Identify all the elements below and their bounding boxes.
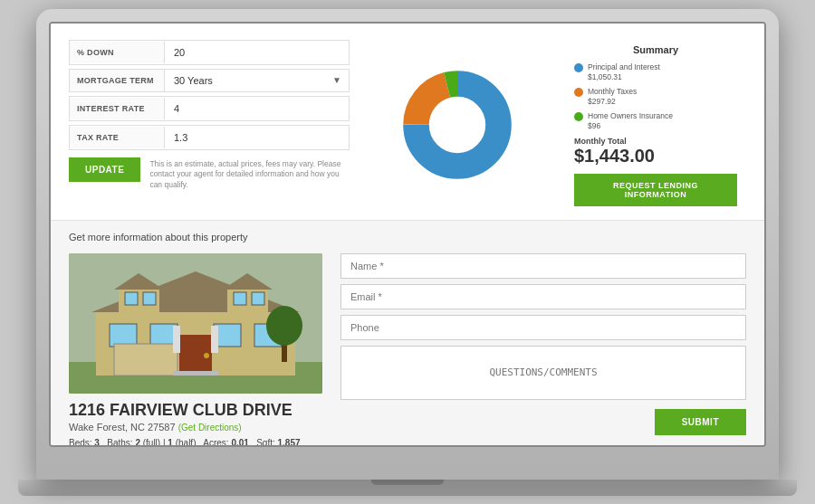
svg-point-3 [431, 100, 483, 151]
taxes-text: Monthly Taxes $297.92 [588, 87, 637, 107]
down-payment-row: % DOWN 20 [69, 40, 350, 65]
screen-content: % DOWN 20 MORTGAGE TERM 30 Years 15 Year… [51, 24, 764, 445]
summary-title: Summary [574, 44, 737, 55]
update-button[interactable]: UPDATE [69, 157, 140, 182]
down-payment-value: 20 [165, 41, 349, 64]
laptop-notch [371, 480, 444, 485]
contact-form: SUBMIT [340, 253, 746, 445]
insurance-text: Home Owners Insurance $96 [588, 111, 673, 131]
monthly-total-label: Monthly Total [574, 137, 737, 146]
interest-rate-label: INTEREST RATE [70, 98, 165, 119]
name-input[interactable] [340, 253, 746, 279]
laptop-screen: % DOWN 20 MORTGAGE TERM 30 Years 15 Year… [49, 22, 766, 447]
interest-rate-value: 4 [165, 97, 349, 120]
svg-rect-12 [125, 292, 138, 305]
laptop-base [18, 480, 797, 496]
get-directions-link[interactable]: (Get Directions) [178, 423, 242, 433]
svg-point-21 [204, 353, 209, 358]
legend-taxes: Monthly Taxes $297.92 [574, 87, 737, 107]
estimate-text: This is an estimate, actual prices, fees… [149, 157, 350, 192]
update-row: UPDATE This is an estimate, actual price… [69, 157, 350, 192]
interest-rate-row: INTEREST RATE 4 [69, 96, 350, 121]
svg-rect-22 [114, 344, 177, 376]
phone-input[interactable] [340, 315, 746, 340]
mortgage-term-select-wrapper[interactable]: 30 Years 15 Years 20 Years ▼ [165, 70, 349, 91]
tax-rate-label: TAX RATE [70, 127, 165, 148]
property-image [69, 253, 322, 394]
laptop-wrapper: % DOWN 20 MORTGAGE TERM 30 Years 15 Year… [18, 9, 797, 496]
svg-rect-13 [143, 292, 156, 305]
mortgage-term-select[interactable]: 30 Years 15 Years 20 Years [165, 70, 349, 91]
tax-rate-row: TAX RATE 1.3 [69, 125, 350, 150]
property-section: Get more information about this property [51, 221, 764, 445]
property-details: Beds: 3 Baths: 2 (full) | 1 (half) Acres… [69, 438, 322, 444]
mortgage-term-row: MORTGAGE TERM 30 Years 15 Years 20 Years… [69, 69, 350, 92]
principal-text: Principal and Interest $1,050.31 [588, 62, 660, 82]
svg-rect-24 [211, 326, 218, 353]
calculator-section: % DOWN 20 MORTGAGE TERM 30 Years 15 Year… [51, 24, 764, 221]
svg-rect-25 [173, 371, 218, 376]
tax-rate-value: 1.3 [165, 126, 349, 149]
svg-rect-16 [110, 324, 137, 347]
donut-svg [398, 66, 516, 184]
taxes-color-dot [574, 88, 583, 97]
svg-rect-23 [173, 326, 180, 353]
property-heading: Get more information about this property [69, 232, 746, 242]
calc-form: % DOWN 20 MORTGAGE TERM 30 Years 15 Year… [69, 40, 350, 211]
comments-textarea[interactable] [340, 346, 746, 400]
legend-principal: Principal and Interest $1,050.31 [574, 62, 737, 82]
property-left: 1216 FAIRVIEW CLUB DRIVE Wake Forest, NC… [69, 253, 322, 445]
down-payment-label: % DOWN [70, 42, 165, 63]
monthly-total-value: $1,443.00 [574, 146, 737, 166]
svg-point-27 [266, 306, 302, 346]
request-lending-button[interactable]: REQUEST LENDING INFORMATION [574, 174, 737, 206]
summary-area: Summary Principal and Interest $1,050.31 [565, 40, 746, 211]
insurance-color-dot [574, 112, 583, 121]
svg-rect-14 [234, 292, 246, 305]
legend-insurance: Home Owners Insurance $96 [574, 111, 737, 131]
svg-rect-15 [252, 292, 264, 305]
principal-color-dot [574, 63, 583, 72]
property-address: 1216 FAIRVIEW CLUB DRIVE [69, 401, 322, 421]
mortgage-term-label: MORTGAGE TERM [70, 70, 165, 91]
laptop-outer: % DOWN 20 MORTGAGE TERM 30 Years 15 Year… [36, 9, 779, 480]
property-content: 1216 FAIRVIEW CLUB DRIVE Wake Forest, NC… [69, 253, 746, 445]
email-input[interactable] [340, 284, 746, 309]
chart-area [350, 40, 565, 211]
donut-chart [398, 66, 516, 184]
property-city: Wake Forest, NC 27587 (Get Directions) [69, 422, 322, 433]
submit-button[interactable]: SUBMIT [655, 409, 746, 435]
